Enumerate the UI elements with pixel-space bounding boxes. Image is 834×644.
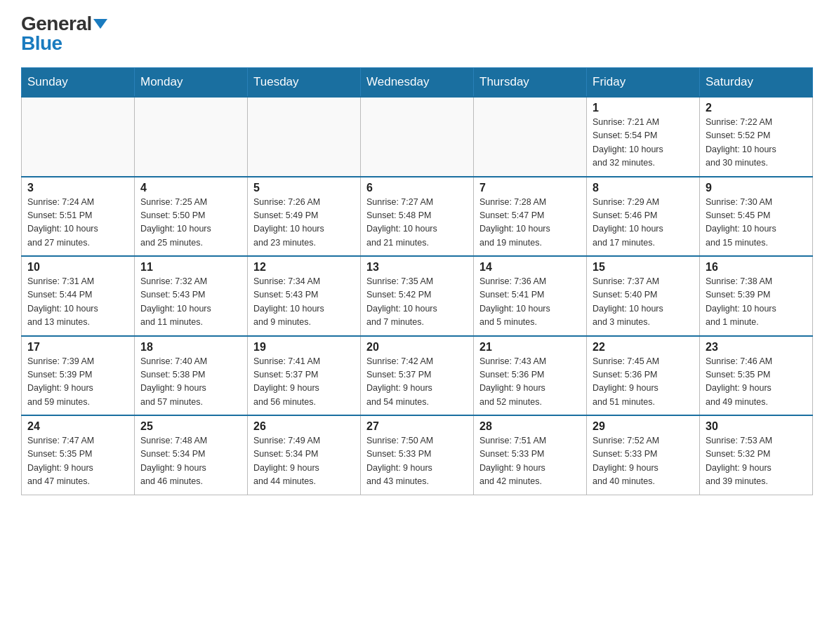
- calendar-cell: 20Sunrise: 7:42 AMSunset: 5:37 PMDayligh…: [361, 336, 474, 416]
- day-info: Sunrise: 7:45 AMSunset: 5:36 PMDaylight:…: [593, 355, 694, 410]
- calendar-cell: 8Sunrise: 7:29 AMSunset: 5:46 PMDaylight…: [587, 177, 700, 257]
- day-info: Sunrise: 7:51 AMSunset: 5:33 PMDaylight:…: [479, 434, 581, 489]
- day-info: Sunrise: 7:53 AMSunset: 5:32 PMDaylight:…: [706, 434, 807, 489]
- calendar-cell: 4Sunrise: 7:25 AMSunset: 5:50 PMDaylight…: [135, 177, 248, 257]
- day-info: Sunrise: 7:41 AMSunset: 5:37 PMDaylight:…: [253, 355, 355, 410]
- weekday-header-wednesday: Wednesday: [361, 68, 474, 98]
- calendar-cell: 27Sunrise: 7:50 AMSunset: 5:33 PMDayligh…: [361, 415, 474, 495]
- day-number: 30: [706, 420, 807, 433]
- day-number: 4: [140, 182, 241, 194]
- day-info: Sunrise: 7:42 AMSunset: 5:37 PMDaylight:…: [366, 355, 468, 410]
- weekday-header-row: SundayMondayTuesdayWednesdayThursdayFrid…: [22, 68, 813, 98]
- calendar-cell: 2Sunrise: 7:22 AMSunset: 5:52 PMDaylight…: [700, 97, 813, 177]
- logo-blue-text: Blue: [21, 34, 62, 53]
- calendar-cell: 7Sunrise: 7:28 AMSunset: 5:47 PMDaylight…: [474, 177, 587, 257]
- calendar-cell: 14Sunrise: 7:36 AMSunset: 5:41 PMDayligh…: [474, 256, 587, 336]
- day-number: 20: [366, 341, 468, 354]
- calendar-cell: 1Sunrise: 7:21 AMSunset: 5:54 PMDaylight…: [587, 97, 700, 177]
- day-number: 23: [706, 341, 807, 354]
- day-number: 18: [140, 341, 241, 354]
- logo: General Blue: [21, 14, 107, 53]
- day-number: 8: [593, 182, 694, 194]
- day-info: Sunrise: 7:34 AMSunset: 5:43 PMDaylight:…: [253, 275, 355, 330]
- week-row-4: 17Sunrise: 7:39 AMSunset: 5:39 PMDayligh…: [22, 336, 813, 416]
- calendar-cell: 28Sunrise: 7:51 AMSunset: 5:33 PMDayligh…: [474, 415, 587, 495]
- day-info: Sunrise: 7:50 AMSunset: 5:33 PMDaylight:…: [366, 434, 468, 489]
- page-header: General Blue: [21, 14, 813, 53]
- day-number: 24: [27, 420, 128, 433]
- calendar-cell: 11Sunrise: 7:32 AMSunset: 5:43 PMDayligh…: [135, 256, 248, 336]
- day-number: 26: [253, 420, 355, 433]
- calendar-cell: 24Sunrise: 7:47 AMSunset: 5:35 PMDayligh…: [22, 415, 135, 495]
- day-number: 14: [479, 261, 581, 274]
- week-row-2: 3Sunrise: 7:24 AMSunset: 5:51 PMDaylight…: [22, 177, 813, 257]
- day-info: Sunrise: 7:38 AMSunset: 5:39 PMDaylight:…: [706, 275, 807, 330]
- day-number: 7: [479, 182, 581, 194]
- day-info: Sunrise: 7:35 AMSunset: 5:42 PMDaylight:…: [366, 275, 468, 330]
- day-number: 25: [140, 420, 241, 433]
- day-info: Sunrise: 7:25 AMSunset: 5:50 PMDaylight:…: [140, 196, 241, 250]
- day-info: Sunrise: 7:39 AMSunset: 5:39 PMDaylight:…: [27, 355, 128, 410]
- weekday-header-tuesday: Tuesday: [248, 68, 361, 98]
- calendar-cell: 21Sunrise: 7:43 AMSunset: 5:36 PMDayligh…: [474, 336, 587, 416]
- day-number: 29: [593, 420, 694, 433]
- calendar-cell: [361, 97, 474, 177]
- calendar-cell: 15Sunrise: 7:37 AMSunset: 5:40 PMDayligh…: [587, 256, 700, 336]
- day-number: 21: [479, 341, 581, 354]
- day-number: 2: [706, 102, 807, 114]
- day-info: Sunrise: 7:21 AMSunset: 5:54 PMDaylight:…: [593, 116, 694, 170]
- day-number: 1: [593, 102, 694, 114]
- calendar-table: SundayMondayTuesdayWednesdayThursdayFrid…: [21, 67, 813, 495]
- day-number: 3: [27, 182, 128, 194]
- calendar-cell: 30Sunrise: 7:53 AMSunset: 5:32 PMDayligh…: [700, 415, 813, 495]
- day-info: Sunrise: 7:52 AMSunset: 5:33 PMDaylight:…: [593, 434, 694, 489]
- weekday-header-friday: Friday: [587, 68, 700, 98]
- day-info: Sunrise: 7:28 AMSunset: 5:47 PMDaylight:…: [479, 196, 581, 250]
- weekday-header-monday: Monday: [135, 68, 248, 98]
- calendar-cell: 17Sunrise: 7:39 AMSunset: 5:39 PMDayligh…: [22, 336, 135, 416]
- day-number: 28: [479, 420, 581, 433]
- logo-triangle-icon: [93, 19, 107, 29]
- week-row-3: 10Sunrise: 7:31 AMSunset: 5:44 PMDayligh…: [22, 256, 813, 336]
- day-info: Sunrise: 7:27 AMSunset: 5:48 PMDaylight:…: [366, 196, 468, 250]
- calendar-cell: 19Sunrise: 7:41 AMSunset: 5:37 PMDayligh…: [248, 336, 361, 416]
- day-info: Sunrise: 7:31 AMSunset: 5:44 PMDaylight:…: [27, 275, 128, 330]
- day-info: Sunrise: 7:24 AMSunset: 5:51 PMDaylight:…: [27, 196, 128, 250]
- day-info: Sunrise: 7:40 AMSunset: 5:38 PMDaylight:…: [140, 355, 241, 410]
- calendar-cell: 13Sunrise: 7:35 AMSunset: 5:42 PMDayligh…: [361, 256, 474, 336]
- day-info: Sunrise: 7:29 AMSunset: 5:46 PMDaylight:…: [593, 196, 694, 250]
- calendar-cell: 25Sunrise: 7:48 AMSunset: 5:34 PMDayligh…: [135, 415, 248, 495]
- day-number: 9: [706, 182, 807, 194]
- calendar-cell: 26Sunrise: 7:49 AMSunset: 5:34 PMDayligh…: [248, 415, 361, 495]
- day-number: 15: [593, 261, 694, 274]
- day-number: 11: [140, 261, 241, 274]
- day-info: Sunrise: 7:43 AMSunset: 5:36 PMDaylight:…: [479, 355, 581, 410]
- day-info: Sunrise: 7:30 AMSunset: 5:45 PMDaylight:…: [706, 196, 807, 250]
- day-info: Sunrise: 7:36 AMSunset: 5:41 PMDaylight:…: [479, 275, 581, 330]
- day-info: Sunrise: 7:22 AMSunset: 5:52 PMDaylight:…: [706, 116, 807, 170]
- day-info: Sunrise: 7:32 AMSunset: 5:43 PMDaylight:…: [140, 275, 241, 330]
- calendar-cell: 3Sunrise: 7:24 AMSunset: 5:51 PMDaylight…: [22, 177, 135, 257]
- day-number: 13: [366, 261, 468, 274]
- calendar-cell: [474, 97, 587, 177]
- day-number: 12: [253, 261, 355, 274]
- weekday-header-sunday: Sunday: [22, 68, 135, 98]
- calendar-cell: [22, 97, 135, 177]
- calendar-cell: 9Sunrise: 7:30 AMSunset: 5:45 PMDaylight…: [700, 177, 813, 257]
- day-number: 10: [27, 261, 128, 274]
- calendar-cell: 18Sunrise: 7:40 AMSunset: 5:38 PMDayligh…: [135, 336, 248, 416]
- day-info: Sunrise: 7:37 AMSunset: 5:40 PMDaylight:…: [593, 275, 694, 330]
- day-number: 17: [27, 341, 128, 354]
- weekday-header-thursday: Thursday: [474, 68, 587, 98]
- day-number: 6: [366, 182, 468, 194]
- day-number: 19: [253, 341, 355, 354]
- calendar-cell: 29Sunrise: 7:52 AMSunset: 5:33 PMDayligh…: [587, 415, 700, 495]
- day-info: Sunrise: 7:26 AMSunset: 5:49 PMDaylight:…: [253, 196, 355, 250]
- day-number: 5: [253, 182, 355, 194]
- calendar-cell: 12Sunrise: 7:34 AMSunset: 5:43 PMDayligh…: [248, 256, 361, 336]
- day-info: Sunrise: 7:46 AMSunset: 5:35 PMDaylight:…: [706, 355, 807, 410]
- week-row-5: 24Sunrise: 7:47 AMSunset: 5:35 PMDayligh…: [22, 415, 813, 495]
- calendar-cell: 22Sunrise: 7:45 AMSunset: 5:36 PMDayligh…: [587, 336, 700, 416]
- calendar-cell: 10Sunrise: 7:31 AMSunset: 5:44 PMDayligh…: [22, 256, 135, 336]
- day-number: 22: [593, 341, 694, 354]
